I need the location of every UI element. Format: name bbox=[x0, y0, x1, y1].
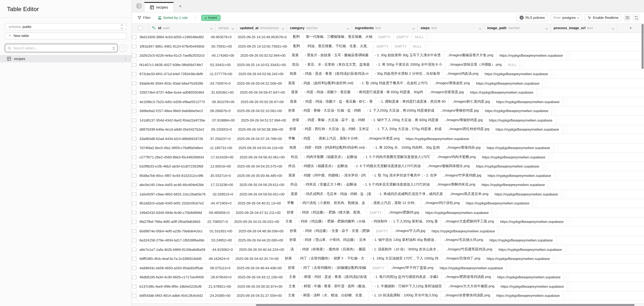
cell-tamptz[interactable]: :43.730974+0 bbox=[206, 79, 234, 88]
cell-steps[interactable]: - 将鸡蛋打成蛋液 - 将 650g 鸡蛋液、30g鸡 bbox=[354, 88, 426, 97]
cell-updated_at[interactable]: 2025-09-25 14:10:49.953578+0 bbox=[235, 33, 290, 41]
cell-process_image_url[interactable]: https://nypkgsfbeaqeeymwliwn.supabase bbox=[492, 190, 561, 199]
cell-steps[interactable]: - 1. 将 3200g 水、1500g 鸡杂料、30g 盐倒 bbox=[370, 144, 443, 152]
column-header-ingredients[interactable]: ingredientstext bbox=[352, 24, 418, 32]
cell-category[interactable]: 蒸菜 bbox=[285, 79, 298, 88]
cell-updated_at[interactable]: 2025-09-26 04:33:12.156+00 bbox=[235, 273, 286, 282]
cell-ingredients[interactable]: - 鲜面 - 鸡丝 - 蛋皮 - 青菜 - [老鸡汤](/汤/老 bbox=[299, 273, 370, 282]
cell-steps[interactable]: - 1. 锅中混合 130g 菜籽油和 40g 熟猪油， bbox=[369, 236, 441, 245]
cell-steps[interactable]: - 1. 180g 大豆油烧至 170℃，下入 1050g 鸡 bbox=[368, 254, 442, 263]
cell-category[interactable]: 汤 bbox=[288, 245, 297, 254]
cell-updated_at[interactable]: 2025-09-26 05:00:46.485+00 bbox=[234, 171, 286, 180]
cell-ingredients[interactable]: - 黄豆、水 - 豆浆粉（来自北大荒、益海嘉 bbox=[302, 60, 373, 69]
cell-id[interactable]: f41407c1-6835-4027-938e-0f6d56474fe7 bbox=[136, 60, 206, 69]
cell-id[interactable]: 4a99643c-eb58-4650-a263-95da92df5ab bbox=[136, 264, 206, 272]
cell-updated_at[interactable]: 2025-09-26 04:53:44.119+00 bbox=[236, 144, 286, 152]
cell-image_path[interactable]: EMPTY bbox=[394, 33, 412, 41]
cell-tamptz[interactable]: :50.75931+00 bbox=[208, 42, 235, 51]
enable-realtime-button[interactable]: Enable Realtime bbox=[584, 14, 622, 21]
cell-image_path[interactable]: ../images/凤爪蒸豆米.png bbox=[446, 190, 492, 199]
cell-process_image_url[interactable]: NULL bbox=[412, 33, 427, 41]
cell-tamptz[interactable]: :11.180731+00 bbox=[206, 144, 236, 152]
cell-image_path[interactable]: ../images/虾仁蒸鸡蛋.jpg bbox=[449, 97, 493, 106]
row-checkbox[interactable] bbox=[132, 273, 136, 282]
cell-steps[interactable]: EMPTY bbox=[373, 227, 391, 235]
row-checkbox[interactable] bbox=[132, 153, 136, 162]
cell-id[interactable]: 4e1096c3-7b23-4d5c-b208-ef9ae5512773 bbox=[136, 97, 208, 106]
table-row[interactable]: 8b1dd2c0-a3a9-4345-b0f1-22d2e5fcb7e2:44.… bbox=[132, 199, 644, 208]
cell-updated_at[interactable]: 2025-09-25 14:10:50.75931+00 bbox=[235, 42, 290, 51]
cell-updated_at[interactable]: 2025-09-26 04:59:50.051+00 bbox=[236, 190, 288, 199]
cell-category[interactable]: 炸品 bbox=[288, 180, 301, 189]
row-checkbox[interactable] bbox=[132, 134, 136, 143]
cell-process_image_url[interactable]: https://nypkgsfbeaqeeymwliwn.supabase bbox=[478, 180, 548, 189]
cell-process_image_url[interactable]: https://nypkgsfbeaqeeymwliwn.supabase bbox=[473, 162, 542, 171]
cell-ingredients[interactable]: - 黑鱼片 - 娃娃菜 - 玉耳 - 酱椒蒜香调味酱 bbox=[302, 51, 372, 60]
cell-tamptz[interactable]: :58.075113+0 bbox=[206, 264, 234, 272]
cell-id[interactable]: b6f543db-0f43-4814-adb6-45413fc9c642 bbox=[136, 291, 206, 300]
table-row[interactable]: 199d2432-6349-494b-9c90-c75b9d999d:59.48… bbox=[132, 208, 644, 217]
cell-tamptz[interactable]: :11.577779+00 bbox=[206, 70, 236, 78]
row-checkbox[interactable] bbox=[132, 70, 136, 78]
cell-category[interactable]: 炖菜 bbox=[286, 144, 300, 152]
cell-steps[interactable]: - 1. 取 70g 清水笋丝放于餐具中；- 2. 在笋 bbox=[369, 171, 440, 180]
cell-ingredients[interactable]: - 鸡蛋 - 青椒 - 大豆油 - 蒜子 - 盐 - 鸡精 bbox=[302, 116, 368, 125]
cell-updated_at[interactable]: 2025-09-26 04:47:31.211+00 bbox=[233, 208, 284, 217]
cell-tamptz[interactable]: :31.620361+00 bbox=[208, 88, 237, 97]
cell-category[interactable]: 主食 bbox=[285, 291, 298, 300]
cell-tamptz[interactable]: :35.553714+0 bbox=[206, 171, 234, 180]
cell-process_image_url[interactable]: https://nypkgsfbeaqeeymwliwn.supabase bbox=[403, 134, 472, 143]
cell-image_path[interactable]: ../images/竹笋蒸鸡翅.jpg bbox=[440, 171, 485, 180]
cell-process_image_url[interactable]: https://nypkgsfbeaqeeymwliwn.supabase bbox=[486, 236, 556, 245]
cell-category[interactable]: 炒菜 bbox=[284, 208, 297, 217]
cell-id[interactable]: 8b1dd2c0-a3a9-4345-b0f1-22d2e5fcb7e2 bbox=[136, 199, 207, 208]
cell-tamptz[interactable]: :44.471903+0 bbox=[207, 199, 235, 208]
cell-image_path[interactable]: ../images/宫保鸡丁.png bbox=[442, 254, 484, 263]
cell-id[interactable]: 228274b4-d737-4dbe-bcee-ad085550464 bbox=[136, 88, 208, 97]
cell-updated_at[interactable]: 2025-09-26 04:56:42.061+00 bbox=[237, 153, 288, 162]
table-row[interactable]: 9dff5385-4fcb-4eaf-bc7a-2c3390018dd5:49.… bbox=[132, 254, 644, 264]
cell-process_image_url[interactable]: https://nypkgsfbeaqeeymwliwn.supabase bbox=[479, 153, 549, 162]
table-row[interactable]: 1f91b347-3861-4981-8124-67fb4544560d:50.… bbox=[132, 42, 644, 51]
table-row[interactable]: c277f071-28e2-4583-8bb3-f0c448296834:17.… bbox=[132, 153, 644, 162]
cell-tamptz[interactable]: :22.708507+0 bbox=[204, 217, 231, 226]
cell-id[interactable]: b32f8b33-e1fb-46b2-ab34-b1d072352f68 bbox=[136, 162, 206, 171]
cell-image_path[interactable]: ../images/鸡汁汤包.png bbox=[421, 199, 463, 208]
cell-category[interactable]: 炸品 bbox=[286, 162, 299, 171]
cell-tamptz[interactable]: :07.819884+00 bbox=[208, 116, 238, 125]
row-checkbox[interactable] bbox=[132, 97, 136, 106]
column-header-category[interactable]: categoryvarchar bbox=[287, 24, 352, 32]
row-checkbox[interactable] bbox=[132, 125, 136, 134]
cell-category[interactable]: 主食 bbox=[282, 217, 296, 226]
row-checkbox[interactable] bbox=[132, 208, 136, 217]
cell-category[interactable]: 早餐 bbox=[284, 199, 297, 208]
row-checkbox[interactable] bbox=[132, 236, 136, 245]
cell-id[interactable]: 60d9874e-00b4-4ef0-a23b-79a6de4c0cc bbox=[136, 227, 206, 235]
cell-category[interactable]: 蒸菜 bbox=[286, 171, 299, 180]
cell-image_path[interactable]: ../images/农家蒸蛋.jpg bbox=[426, 88, 467, 97]
table-row[interactable]: 872cbe33-6f41-471d-b4ef-7283436c4bf9:11.… bbox=[132, 70, 644, 79]
cell-image_path[interactable]: ../images/大盘肥肠鸡手工面.png bbox=[441, 217, 497, 226]
cell-category[interactable]: 蒸菜 bbox=[289, 51, 302, 60]
row-checkbox[interactable] bbox=[132, 144, 136, 152]
cell-steps[interactable]: - 1. 5 个鸡肉洋葱圈无需解冻直接放入170℃ bbox=[360, 153, 434, 162]
row-checkbox[interactable] bbox=[132, 162, 136, 171]
cell-updated_at[interactable]: 2025-09-26 04:52:10.581+00 bbox=[234, 106, 285, 115]
cell-steps[interactable]: - 1. 锅中下入 200g 大豆油，将 600g 鸡蛋液 bbox=[368, 116, 442, 125]
cell-updated_at[interactable]: 2025-09-26 04:51:57.994+00 bbox=[238, 116, 290, 125]
cell-image_path[interactable]: ../images/酱椒蒜香片片鱼.png bbox=[444, 51, 496, 60]
schema-select[interactable]: schema public bbox=[5, 23, 126, 30]
column-header-process_image_url[interactable]: process_image_urltext bbox=[551, 24, 617, 32]
role-select[interactable]: Role postgres bbox=[550, 14, 582, 21]
cell-steps[interactable]: - 1. 汤底制作（10 份）:3000g 农夫山泉水， bbox=[369, 245, 443, 254]
cell-id[interactable]: 46db8195-fa34-4c30-9929-c1717ee4f456 bbox=[136, 273, 207, 282]
cell-category[interactable]: 配料 bbox=[290, 42, 304, 51]
cell-tamptz[interactable]: :49.953578+0 bbox=[207, 33, 235, 41]
cell-updated_at[interactable]: 2025-09-26 04:30:32.874+00 bbox=[234, 282, 286, 291]
cell-tamptz[interactable]: :59.485856+0 bbox=[205, 208, 233, 217]
cell-updated_at[interactable]: 2025-09-26 04:54:20.575+00 bbox=[234, 162, 286, 171]
table-row[interactable]: 1a5e9297-c9aa-4802-b831-10cc26a83e76:32.… bbox=[132, 190, 644, 199]
row-checkbox[interactable] bbox=[132, 180, 136, 189]
cell-process_image_url[interactable]: https://nypkgsfbeaqeeymwliwn.supabase bbox=[429, 227, 498, 235]
cell-id[interactable]: 199d2432-6349-494b-9c90-c75b9d999d bbox=[136, 208, 205, 217]
